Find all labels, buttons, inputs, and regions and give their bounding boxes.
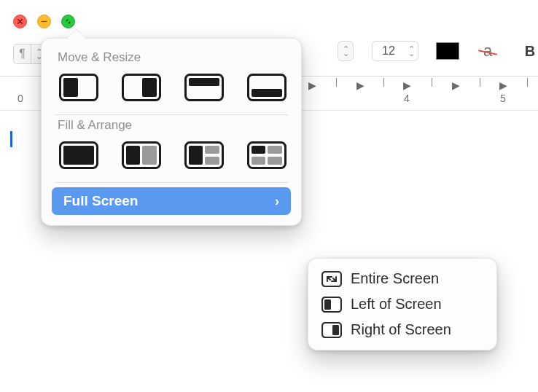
svg-rect-19 (252, 146, 265, 154)
tile-bottom-half[interactable] (247, 74, 286, 101)
tile-left-stack[interactable] (184, 141, 224, 169)
text-color-well[interactable] (436, 42, 459, 60)
tab-marker-icon[interactable]: ▶ (308, 79, 316, 91)
submenu-label: Right of Screen (351, 321, 451, 338)
strikethrough-button[interactable]: a (477, 41, 499, 61)
submenu-item-right-of-screen[interactable]: Right of Screen (316, 317, 489, 342)
divider (55, 182, 288, 183)
tab-marker-icon[interactable]: ▶ (452, 79, 460, 91)
font-family-select[interactable]: ⌃⌄ (338, 41, 354, 61)
svg-rect-25 (324, 299, 331, 310)
full-screen-label: Full Screen (63, 193, 138, 209)
right-of-screen-icon (321, 322, 342, 338)
menu-item-full-screen[interactable]: Full Screen › (52, 187, 291, 215)
svg-rect-8 (252, 89, 282, 97)
pilcrow-icon: ¶ (19, 47, 26, 60)
tile-top-half[interactable] (184, 74, 224, 101)
tile-left-half[interactable] (59, 74, 98, 101)
svg-rect-22 (268, 157, 282, 165)
left-of-screen-icon (321, 297, 342, 313)
svg-rect-27 (332, 325, 339, 335)
section-title-fill-arrange: Fill & Arrange (46, 118, 297, 137)
bold-label: B (525, 43, 535, 60)
window-traffic-lights (13, 15, 75, 28)
svg-rect-2 (63, 78, 78, 97)
section-title-move-resize: Move & Resize (46, 50, 297, 69)
font-size-stepper[interactable]: 12 ⌃⌄ (372, 41, 418, 61)
tab-marker-icon[interactable]: ▶ (499, 79, 507, 91)
minimize-button[interactable] (37, 15, 51, 28)
svg-rect-15 (189, 146, 203, 165)
svg-rect-17 (205, 157, 219, 165)
popover-pointer (66, 28, 87, 49)
svg-rect-13 (142, 146, 157, 165)
close-button[interactable] (13, 15, 27, 28)
svg-rect-4 (142, 78, 157, 97)
ruler-number: 0 (17, 93, 23, 104)
bold-button[interactable]: B (520, 41, 538, 61)
fill-arrange-row (46, 137, 297, 179)
entire-screen-icon (321, 271, 342, 287)
ruler-number: 4 (404, 93, 410, 104)
submenu-item-entire-screen[interactable]: Entire Screen (316, 266, 489, 291)
zoom-button[interactable] (61, 15, 75, 28)
tile-quadrants[interactable] (247, 141, 286, 169)
svg-rect-16 (205, 146, 219, 154)
tile-left-and-right[interactable] (122, 141, 161, 169)
move-resize-row (46, 69, 297, 111)
strike-letter: a (483, 42, 492, 60)
font-size-value: 12 (373, 44, 405, 58)
full-screen-submenu: Entire Screen Left of Screen Right of Sc… (308, 258, 497, 350)
submenu-label: Left of Screen (351, 296, 442, 313)
submenu-label: Entire Screen (351, 270, 439, 287)
tab-marker-icon[interactable]: ▶ (356, 79, 364, 91)
updown-caret-icon: ⌃⌄ (408, 47, 415, 55)
submenu-item-left-of-screen[interactable]: Left of Screen (316, 291, 489, 317)
svg-rect-10 (63, 146, 94, 165)
window-zoom-menu: Move & Resize Fill & Arrange Full (41, 38, 302, 226)
divider (55, 114, 288, 115)
tile-right-half[interactable] (122, 74, 161, 101)
paragraph-style-button[interactable]: ¶ (13, 44, 31, 64)
svg-rect-20 (268, 146, 282, 154)
svg-rect-6 (189, 78, 219, 86)
tile-fill[interactable] (59, 141, 98, 169)
chevron-right-icon: › (275, 194, 279, 209)
svg-rect-12 (126, 146, 140, 165)
updown-caret-icon: ⌃⌄ (343, 47, 349, 55)
svg-rect-23 (322, 272, 341, 286)
tab-marker-icon[interactable]: ▶ (403, 79, 411, 91)
svg-rect-21 (252, 157, 265, 165)
ruler-number: 5 (500, 93, 506, 104)
text-cursor (10, 131, 12, 147)
